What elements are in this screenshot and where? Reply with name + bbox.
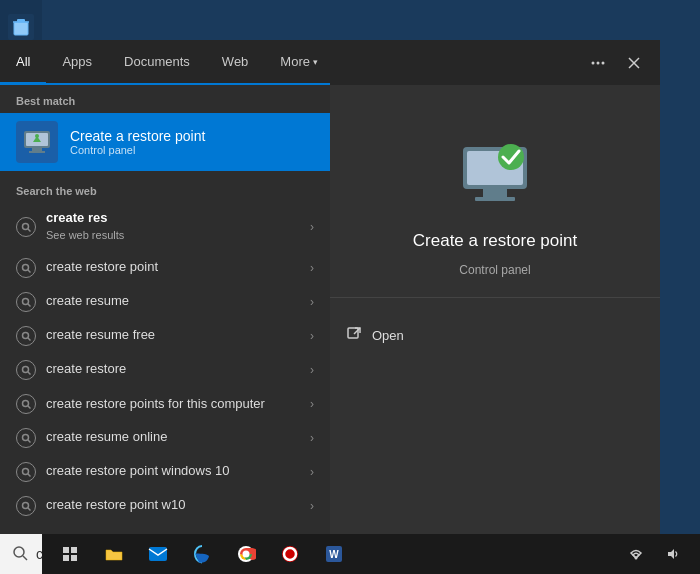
svg-rect-41 (475, 197, 515, 201)
open-action[interactable]: Open (346, 318, 644, 353)
svg-rect-10 (32, 148, 42, 151)
search-results: Best match Create a restore point C (0, 85, 330, 534)
svg-rect-11 (29, 151, 45, 153)
svg-point-19 (23, 332, 29, 338)
web-result-text-2: create resume (46, 293, 300, 310)
open-label: Open (372, 328, 404, 343)
svg-rect-43 (348, 328, 358, 338)
svg-line-14 (28, 229, 31, 232)
search-panel: All Apps Documents Web More ▾ Best match (0, 40, 330, 574)
more-options-button[interactable] (584, 49, 612, 77)
web-result-text-3: create resume free (46, 327, 300, 344)
web-result-create-restore-point-w10[interactable]: create restore point w10 › (0, 489, 330, 523)
svg-point-25 (23, 434, 29, 440)
svg-point-29 (23, 502, 29, 508)
search-circle-icon-5 (16, 394, 36, 414)
desktop: Recycle Bin Microsoft Edge Opera µT uTor… (0, 0, 700, 574)
chevron-right-icon-0: › (310, 220, 314, 234)
chevron-right-icon-7: › (310, 465, 314, 479)
detail-top-bar (330, 40, 660, 85)
tab-web[interactable]: Web (206, 39, 265, 84)
web-result-create-res[interactable]: create res See web results › (0, 203, 330, 251)
svg-line-24 (28, 406, 31, 409)
chevron-right-icon-6: › (310, 431, 314, 445)
svg-point-35 (602, 61, 605, 64)
svg-rect-0 (14, 22, 28, 35)
taskbar: W (42, 534, 700, 574)
svg-line-32 (23, 556, 27, 560)
web-result-create-restore-point-win10[interactable]: create restore point windows 10 › (0, 455, 330, 489)
svg-line-26 (28, 440, 31, 443)
web-result-create-restore[interactable]: create restore › (0, 353, 330, 387)
svg-text:W: W (329, 549, 339, 560)
search-circle-icon-2 (16, 292, 36, 312)
tray-network-icon[interactable] (620, 536, 652, 572)
taskbar-chrome-button[interactable] (226, 536, 266, 572)
taskbar-mail-button[interactable] (138, 536, 178, 572)
svg-rect-46 (71, 547, 77, 553)
open-icon (346, 326, 362, 345)
chevron-right-icon-2: › (310, 295, 314, 309)
tab-documents[interactable]: Documents (108, 39, 206, 84)
web-search-header: Search the web (0, 175, 330, 203)
search-circle-icon-7 (16, 462, 36, 482)
tab-more[interactable]: More ▾ (264, 39, 334, 84)
detail-content: Create a restore point Control panel Ope… (330, 85, 660, 574)
svg-point-15 (23, 264, 29, 270)
web-result-text-0: create res See web results (46, 210, 300, 244)
taskbar-edge-button[interactable] (182, 536, 222, 572)
taskbar-view-button[interactable] (50, 536, 90, 572)
taskbar-tray (620, 536, 692, 572)
web-result-create-restore-points-computer[interactable]: create restore points for this computer … (0, 387, 330, 421)
svg-rect-45 (63, 547, 69, 553)
svg-point-33 (592, 61, 595, 64)
svg-line-18 (28, 304, 31, 307)
chevron-down-icon: ▾ (313, 57, 318, 67)
tab-apps[interactable]: Apps (46, 39, 108, 84)
search-bar-icon (12, 545, 28, 564)
web-result-create-restore-point[interactable]: create restore point › (0, 251, 330, 285)
taskbar-folder-button[interactable] (94, 536, 134, 572)
best-match-text: Create a restore point Control panel (70, 128, 205, 156)
chevron-right-icon-3: › (310, 329, 314, 343)
svg-point-51 (243, 551, 250, 558)
search-circle-icon-8 (16, 496, 36, 516)
detail-actions: Open (330, 318, 660, 353)
search-circle-icon-3 (16, 326, 36, 346)
svg-line-44 (354, 328, 360, 334)
detail-app-name: Create a restore point (397, 231, 593, 251)
search-circle-icon-0 (16, 217, 36, 237)
svg-line-16 (28, 270, 31, 273)
web-result-create-resume-online[interactable]: create resume online › (0, 421, 330, 455)
svg-rect-49 (149, 547, 167, 561)
taskbar-opera-button[interactable] (270, 536, 310, 572)
svg-rect-40 (483, 189, 507, 197)
detail-app-subtitle: Control panel (459, 263, 530, 277)
svg-point-21 (23, 366, 29, 372)
web-result-text-5: create restore points for this computer (46, 395, 300, 413)
chevron-right-icon-5: › (310, 397, 314, 411)
web-result-text-7: create restore point windows 10 (46, 463, 300, 480)
web-result-create-resume-free[interactable]: create resume free › (0, 319, 330, 353)
svg-point-34 (597, 61, 600, 64)
close-button[interactable] (620, 49, 648, 77)
tray-sound-icon[interactable] (656, 536, 688, 572)
chevron-right-icon-8: › (310, 499, 314, 513)
detail-app-icon (455, 135, 535, 219)
svg-point-12 (35, 134, 39, 138)
web-result-create-resume[interactable]: create resume › (0, 285, 330, 319)
web-result-text-4: create restore (46, 361, 300, 378)
web-result-text-8: create restore point w10 (46, 497, 300, 514)
taskbar-word-button[interactable]: W (314, 536, 354, 572)
svg-point-17 (23, 298, 29, 304)
svg-point-27 (23, 468, 29, 474)
best-match-item[interactable]: Create a restore point Control panel (0, 113, 330, 171)
detail-divider (330, 297, 660, 298)
best-match-app-icon (16, 121, 58, 163)
web-result-text-1: create restore point (46, 259, 300, 276)
web-result-text-6: create resume online (46, 429, 300, 446)
svg-point-13 (23, 223, 29, 229)
svg-rect-47 (63, 555, 69, 561)
tab-all[interactable]: All (0, 39, 46, 84)
tabs-bar: All Apps Documents Web More ▾ (0, 40, 330, 85)
